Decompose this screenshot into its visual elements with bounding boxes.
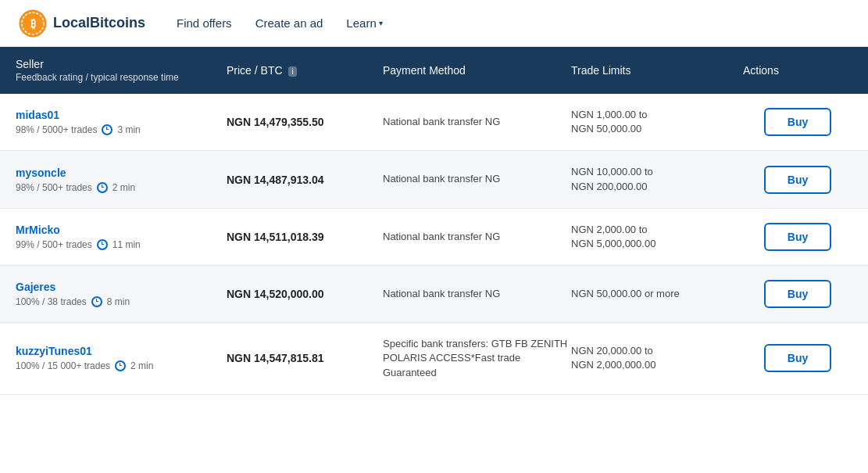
price-cell: NGN 14,479,355.50: [227, 116, 383, 128]
buy-button[interactable]: Buy: [764, 223, 831, 251]
limits-cell: NGN 1,000.00 toNGN 50,000.00: [571, 108, 743, 136]
offers-table: Seller Feedback rating / typical respons…: [0, 47, 868, 395]
buy-button[interactable]: Buy: [764, 344, 831, 372]
buy-button[interactable]: Buy: [764, 280, 831, 308]
header-seller: Seller Feedback rating / typical respons…: [16, 58, 227, 83]
nav-learn[interactable]: Learn ▾: [346, 16, 382, 30]
table-row: kuzzyiTunes01 100% / 15 000+ trades 2 mi…: [0, 323, 868, 395]
chevron-down-icon: ▾: [379, 19, 383, 27]
response-time: 2 min: [113, 182, 135, 193]
price-cell: NGN 14,520,000.00: [227, 288, 383, 300]
response-time: 2 min: [130, 360, 153, 371]
seller-name-link[interactable]: kuzzyiTunes01: [16, 345, 92, 357]
table-body: midas01 98% / 5000+ trades 3 min NGN 14,…: [0, 94, 868, 395]
seller-meta: 99% / 500+ trades 11 min: [16, 239, 227, 250]
seller-cell: MrMicko 99% / 500+ trades 11 min: [16, 224, 227, 250]
buy-button[interactable]: Buy: [764, 108, 831, 136]
seller-cell: Gajeres 100% / 38 trades 8 min: [16, 281, 227, 307]
seller-meta: 100% / 38 trades 8 min: [16, 296, 227, 307]
nav-create-ad[interactable]: Create an ad: [255, 16, 323, 30]
limits-cell: NGN 2,000.00 toNGN 5,000,000.00: [571, 223, 743, 251]
actions-cell: Buy: [743, 223, 852, 251]
header-payment: Payment Method: [383, 64, 571, 77]
actions-cell: Buy: [743, 108, 852, 136]
payment-cell: National bank transfer NG: [383, 287, 571, 301]
price-cell: NGN 14,487,913.04: [227, 174, 383, 186]
clock-icon: [97, 239, 108, 250]
seller-cell: kuzzyiTunes01 100% / 15 000+ trades 2 mi…: [16, 345, 227, 371]
header-price: Price / BTC i: [227, 64, 383, 77]
svg-text:₿: ₿: [30, 17, 36, 30]
table-header: Seller Feedback rating / typical respons…: [0, 47, 868, 94]
seller-cell: mysoncle 98% / 500+ trades 2 min: [16, 167, 227, 193]
price-info-icon: i: [288, 66, 296, 77]
feedback-text: 98% / 5000+ trades: [16, 124, 97, 135]
header-limits: Trade Limits: [571, 64, 743, 77]
payment-cell: National bank transfer NG: [383, 230, 571, 244]
buy-button[interactable]: Buy: [764, 166, 831, 194]
payment-cell: National bank transfer NG: [383, 172, 571, 186]
clock-icon: [91, 296, 102, 307]
table-row: Gajeres 100% / 38 trades 8 min NGN 14,52…: [0, 266, 868, 323]
feedback-text: 100% / 38 trades: [16, 296, 87, 307]
table-row: midas01 98% / 5000+ trades 3 min NGN 14,…: [0, 94, 868, 151]
seller-meta: 98% / 5000+ trades 3 min: [16, 124, 227, 135]
response-time: 11 min: [113, 239, 141, 250]
price-cell: NGN 14,511,018.39: [227, 231, 383, 243]
actions-cell: Buy: [743, 166, 852, 194]
seller-meta: 100% / 15 000+ trades 2 min: [16, 360, 227, 371]
feedback-text: 99% / 500+ trades: [16, 239, 92, 250]
feedback-text: 100% / 15 000+ trades: [16, 360, 110, 371]
limits-cell: NGN 10,000.00 toNGN 200,000.00: [571, 165, 743, 193]
clock-icon: [97, 182, 108, 193]
payment-cell: National bank transfer NG: [383, 115, 571, 129]
seller-cell: midas01 98% / 5000+ trades 3 min: [16, 109, 227, 135]
logo-link[interactable]: ₿ LocalBitcoins: [19, 9, 145, 38]
seller-name-link[interactable]: midas01: [16, 109, 59, 121]
clock-icon: [102, 124, 113, 135]
header-actions: Actions: [743, 64, 852, 77]
logo-text: LocalBitcoins: [53, 15, 145, 31]
actions-cell: Buy: [743, 344, 852, 372]
seller-name-link[interactable]: mysoncle: [16, 167, 66, 179]
seller-name-link[interactable]: Gajeres: [16, 281, 55, 293]
response-time: 8 min: [107, 296, 130, 307]
logo-icon: ₿: [19, 9, 47, 38]
actions-cell: Buy: [743, 280, 852, 308]
clock-icon: [115, 360, 126, 371]
price-cell: NGN 14,547,815.81: [227, 352, 383, 364]
nav-find-offers[interactable]: Find offers: [177, 16, 232, 30]
nav-links: Find offers Create an ad Learn ▾: [177, 16, 383, 30]
seller-name-link[interactable]: MrMicko: [16, 224, 60, 236]
payment-cell: Specific bank transfers: GTB FB ZENITH P…: [383, 337, 571, 380]
feedback-text: 98% / 500+ trades: [16, 182, 92, 193]
limits-cell: NGN 50,000.00 or more: [571, 287, 743, 301]
limits-cell: NGN 20,000.00 toNGN 2,000,000.00: [571, 344, 743, 372]
seller-meta: 98% / 500+ trades 2 min: [16, 182, 227, 193]
navbar: ₿ LocalBitcoins Find offers Create an ad…: [0, 0, 868, 47]
response-time: 3 min: [117, 124, 140, 135]
table-row: MrMicko 99% / 500+ trades 11 min NGN 14,…: [0, 209, 868, 266]
table-row: mysoncle 98% / 500+ trades 2 min NGN 14,…: [0, 151, 868, 208]
